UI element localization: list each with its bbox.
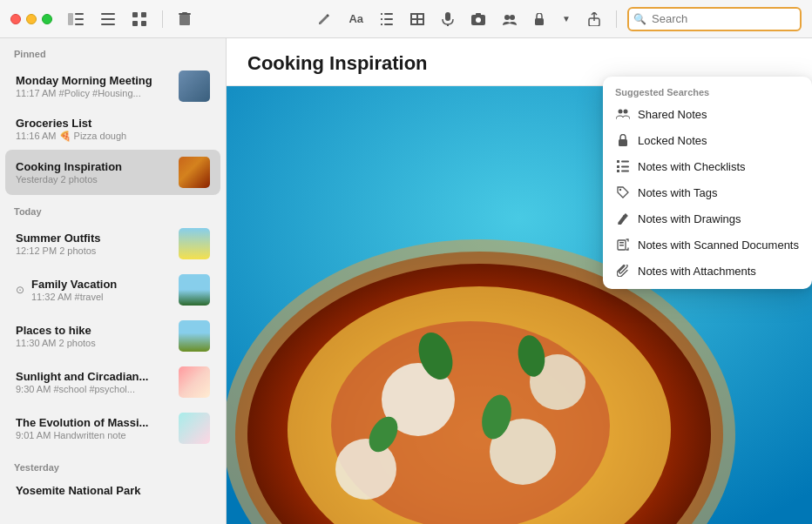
note-text: Sunlight and Circadian... 9:30 AM #schoo… — [16, 370, 172, 394]
note-item-cooking[interactable]: Cooking Inspiration Yesterday 2 photos — [5, 150, 220, 195]
maximize-button[interactable] — [42, 14, 52, 24]
svg-rect-58 — [617, 170, 619, 172]
note-meta: 11:32 AM #travel — [31, 292, 172, 302]
sep2 — [616, 10, 617, 28]
checklist-button[interactable] — [376, 10, 398, 29]
checklists-icon — [615, 158, 631, 174]
svg-rect-59 — [621, 171, 629, 172]
note-item-monday[interactable]: Monday Morning Meeting 11:17 AM #Policy … — [5, 64, 220, 109]
dropdown-item-label: Notes with Drawings — [638, 212, 741, 225]
collaboration-button[interactable] — [497, 10, 522, 29]
svg-rect-62 — [619, 242, 624, 244]
note-thumb-family — [179, 274, 210, 306]
delete-button[interactable] — [173, 9, 196, 30]
dropdown-item-shared[interactable]: Shared Notes — [603, 101, 812, 127]
note-item-yosemite[interactable]: Yosemite National Park — [5, 477, 220, 504]
note-text: Yosemite National Park — [16, 484, 210, 497]
note-title: Monday Morning Meeting — [16, 74, 172, 87]
note-text: The Evolution of Massi... 9:01 AM Handwr… — [16, 416, 172, 440]
titlebar: Aa — [0, 0, 812, 38]
svg-point-32 — [510, 15, 515, 20]
svg-point-52 — [624, 110, 628, 114]
note-title: The Evolution of Massi... — [16, 416, 172, 429]
format-button[interactable]: Aa — [343, 9, 369, 29]
svg-rect-5 — [101, 18, 115, 20]
note-text: Places to hike 11:30 AM 2 photos — [16, 324, 172, 348]
svg-rect-3 — [75, 24, 84, 25]
svg-rect-0 — [68, 13, 73, 25]
svg-rect-24 — [416, 13, 418, 25]
note-item-evolution[interactable]: The Evolution of Massi... 9:01 AM Handwr… — [5, 406, 220, 451]
pinned-label: Pinned — [0, 38, 226, 63]
locked-notes-icon — [615, 132, 631, 148]
shared-notes-icon — [615, 106, 631, 122]
audio-button[interactable] — [436, 9, 459, 30]
svg-rect-17 — [384, 18, 393, 20]
dropdown-item-checklists[interactable]: Notes with Checklists — [603, 153, 812, 179]
svg-rect-54 — [617, 160, 619, 163]
note-title: Groceries List — [16, 117, 210, 130]
share-button[interactable] — [583, 9, 606, 30]
note-item-hike[interactable]: Places to hike 11:30 AM 2 photos — [5, 313, 220, 359]
note-thumb-pizza — [179, 157, 210, 188]
svg-rect-27 — [447, 24, 449, 26]
yesterday-label: Yesterday — [0, 452, 226, 476]
dropdown-item-scanned[interactable]: Notes with Scanned Documents — [603, 232, 812, 258]
search-dropdown: Suggested Searches Shared Notes — [603, 77, 812, 289]
note-thumb-evolution — [179, 413, 210, 444]
note-text: Monday Morning Meeting 11:17 AM #Policy … — [16, 74, 172, 98]
photo-button[interactable] — [466, 10, 491, 29]
scan-icon — [615, 237, 631, 252]
svg-rect-63 — [619, 245, 624, 246]
svg-rect-53 — [619, 139, 627, 146]
svg-rect-4 — [101, 13, 115, 15]
dropdown-item-attachments[interactable]: Notes with Attachments — [603, 258, 812, 284]
note-item-sunlight[interactable]: Sunlight and Circadian... 9:30 AM #schoo… — [5, 359, 220, 405]
svg-rect-15 — [384, 13, 393, 15]
minimize-button[interactable] — [26, 14, 37, 24]
note-meta: 11:17 AM #Policy #Housing... — [16, 88, 172, 98]
lock-chevron-button[interactable]: ▼ — [557, 10, 576, 27]
note-meta: 11:30 AM 2 photos — [16, 338, 172, 348]
note-item-groceries[interactable]: Groceries List 11:16 AM 🍕 Pizza dough — [5, 110, 220, 149]
svg-point-60 — [619, 189, 621, 191]
table-button[interactable] — [405, 10, 430, 29]
note-thumb-summer — [179, 228, 210, 259]
svg-rect-33 — [535, 18, 544, 25]
svg-point-31 — [504, 15, 510, 20]
main-layout: Pinned Monday Morning Meeting 11:17 AM #… — [0, 38, 812, 524]
svg-rect-13 — [182, 12, 187, 14]
note-title: Places to hike — [16, 324, 172, 337]
note-item-summer[interactable]: Summer Outfits 12:12 PM 2 photos — [5, 221, 220, 266]
close-button[interactable] — [10, 14, 21, 24]
content-area: Cooking Inspiration — [227, 38, 812, 524]
dropdown-item-drawings[interactable]: Notes with Drawings — [603, 205, 812, 232]
today-label: Today — [0, 196, 226, 220]
note-meta: 11:16 AM 🍕 Pizza dough — [16, 131, 210, 142]
svg-rect-19 — [384, 24, 393, 25]
sidebar-toggle-button[interactable] — [63, 10, 89, 29]
note-title: Summer Outfits — [16, 232, 172, 245]
lock-button[interactable] — [529, 10, 550, 29]
svg-rect-57 — [621, 166, 629, 168]
svg-rect-10 — [141, 21, 146, 26]
gallery-view-button[interactable] — [127, 9, 152, 30]
dropdown-item-tags[interactable]: Notes with Tags — [603, 179, 812, 205]
note-title: Sunlight and Circadian... — [16, 370, 172, 383]
dropdown-item-label: Notes with Checklists — [638, 160, 746, 173]
list-view-button[interactable] — [96, 10, 120, 29]
note-text: Family Vacation 11:32 AM #travel — [31, 278, 172, 302]
tags-icon — [615, 185, 631, 200]
note-meta: 9:01 AM Handwritten note — [16, 430, 172, 440]
search-input[interactable] — [627, 7, 802, 31]
dropdown-item-locked[interactable]: Locked Notes — [603, 127, 812, 153]
note-title: Family Vacation — [31, 278, 172, 291]
note-text: Summer Outfits 12:12 PM 2 photos — [16, 232, 172, 256]
dropdown-item-label: Locked Notes — [638, 134, 707, 147]
note-meta: Yesterday 2 photos — [16, 174, 172, 185]
new-note-button[interactable] — [312, 9, 336, 30]
svg-rect-18 — [381, 24, 382, 25]
sidebar: Pinned Monday Morning Meeting 11:17 AM #… — [0, 38, 227, 524]
note-header-title: Cooking Inspiration — [247, 52, 791, 75]
note-item-family[interactable]: ⊙ Family Vacation 11:32 AM #travel — [5, 267, 220, 312]
